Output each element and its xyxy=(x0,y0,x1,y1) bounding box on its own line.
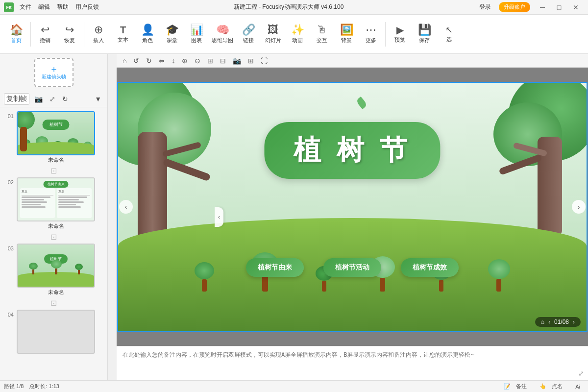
toolbar-background[interactable]: 🖼️ 背景 xyxy=(334,23,359,46)
canvas-toolbar: ⌂ ↺ ↻ ⇔ ↕ ⊕ ⊖ ⊞ ⊟ 📷 ⊞ ⛶ xyxy=(117,54,588,68)
grid-icon[interactable]: ⊞ xyxy=(246,56,256,66)
toolbar-preview[interactable]: ▶ 预览 xyxy=(388,23,412,46)
slide-thumbnail-1[interactable]: 植树节 xyxy=(17,111,95,155)
expand-icon[interactable]: ⛶ xyxy=(259,56,270,66)
slide-thumbnail-2[interactable]: 植树节由来 意义 xyxy=(17,177,95,221)
interact-icon: 🖱 xyxy=(317,24,327,35)
home-icon: 🏠 xyxy=(10,24,23,35)
sidebar: ＋ 新建镜头帧 复制帧 📷 ⤢ ↻ ▼ 01 植树节 xyxy=(0,54,108,380)
notes-status-button[interactable]: 📝 备注 xyxy=(500,382,531,391)
toolbar-home[interactable]: 🏠 首页 xyxy=(4,23,28,46)
slide-item-1[interactable]: 01 植树节 xyxy=(0,109,107,166)
toolbar-interact[interactable]: 🖱 交互 xyxy=(310,23,334,46)
slide-counter: ⌂ ‹ 01/08 › xyxy=(535,317,581,327)
toolbar-more[interactable]: ⋯ 更多 xyxy=(359,23,383,46)
chevron-left-icon: ‹ xyxy=(218,214,220,220)
rotate-right-icon[interactable]: ↻ xyxy=(144,56,154,66)
home-nav-icon[interactable]: ⌂ xyxy=(121,56,128,66)
toolbar-save[interactable]: 💾 保存 xyxy=(412,23,437,46)
rotate-left-icon[interactable]: ↺ xyxy=(131,56,141,66)
slide-title-banner: 植 树 节 xyxy=(264,122,440,179)
slide-thumbnail-4[interactable] xyxy=(17,310,95,354)
zoom-out-icon[interactable]: ⊖ xyxy=(193,56,202,66)
screenshot-icon[interactable]: 📷 xyxy=(32,94,45,104)
more-icon: ⋯ xyxy=(366,24,376,35)
slide-thumbnail-3[interactable]: 植树节 xyxy=(17,244,95,288)
info-btn-origin[interactable]: 植树节由来 xyxy=(246,258,304,277)
minimize-button[interactable]: ─ xyxy=(534,0,551,15)
flip-v-icon[interactable]: ↕ xyxy=(170,56,177,66)
new-frame-button[interactable]: ＋ 新建镜头帧 xyxy=(34,58,74,87)
toolbar-text[interactable]: T 文本 xyxy=(111,23,135,46)
undo-label: 撤销 xyxy=(40,37,50,44)
menu-edit[interactable]: 编辑 xyxy=(35,2,53,12)
chevron-right-icon: › xyxy=(578,203,580,211)
refresh-icon[interactable]: ↻ xyxy=(60,94,70,104)
nav-left-button[interactable]: ‹ xyxy=(119,200,133,214)
nav-right-button[interactable]: › xyxy=(572,200,586,214)
distribute-icon[interactable]: ⊟ xyxy=(218,56,228,66)
info-buttons: 植树节由来 植树节活动 植树节成效 xyxy=(246,258,459,277)
next-slide-icon[interactable]: › xyxy=(573,318,575,325)
info-btn-result[interactable]: 植树节成效 xyxy=(401,258,459,277)
status-left: 路径 1/8 总时长: 1:13 xyxy=(4,383,59,390)
toolbar-chart[interactable]: 📊 图表 xyxy=(184,23,209,46)
slides-list: 01 植树节 xyxy=(0,107,107,380)
menu-help[interactable]: 帮助 xyxy=(54,2,72,12)
title-right: 登录 升级账户 ─ □ ✕ xyxy=(475,0,584,15)
toolbar-class[interactable]: 🎓 课堂 xyxy=(160,23,184,46)
toolbar-slide[interactable]: 🖼 幻灯片 xyxy=(261,23,285,46)
info-btn-activity[interactable]: 植树节活动 xyxy=(323,258,381,277)
notes-input[interactable] xyxy=(122,346,582,380)
prev-slide-icon[interactable]: ‹ xyxy=(548,318,550,325)
zoom-in-icon[interactable]: ⊕ xyxy=(180,56,190,66)
slide-item-3[interactable]: 03 植树节 未命名 xyxy=(0,242,107,298)
preview-icon: ▶ xyxy=(396,25,404,35)
spacer-icon-1: ⊡ xyxy=(50,166,57,175)
toolbar-mindmap[interactable]: 🧠 思维导图 xyxy=(209,23,236,46)
toolbar-undo[interactable]: ↩ 撤销 xyxy=(33,23,57,46)
slide-canvas: 植 树 节 xyxy=(117,82,588,332)
toolbar-animation[interactable]: ✨ 动画 xyxy=(285,23,310,46)
toolbar-link[interactable]: 🔗 链接 xyxy=(236,23,261,46)
chevron-left-icon: ‹ xyxy=(125,203,127,211)
roll-call-button[interactable]: 👆 点名 xyxy=(536,382,566,391)
resize-icon[interactable]: ⤢ xyxy=(48,94,57,104)
toolbar-insert[interactable]: ⊕ 插入 xyxy=(86,23,111,46)
menu-bar: 文件 编辑 帮助 用户反馈 xyxy=(17,2,102,12)
select-icon: ↖ xyxy=(445,25,453,34)
toolbar-redo[interactable]: ↪ 恢复 xyxy=(57,23,82,46)
slide-item-2[interactable]: 02 植树节由来 意义 xyxy=(0,175,107,232)
close-button[interactable]: ✕ xyxy=(567,0,584,15)
login-button[interactable]: 登录 xyxy=(475,2,495,12)
main-layout: ＋ 新建镜头帧 复制帧 📷 ⤢ ↻ ▼ 01 植树节 xyxy=(0,54,588,380)
mindmap-label: 思维导图 xyxy=(212,37,233,44)
copy-frame-button[interactable]: 复制帧 xyxy=(4,93,29,105)
notes-expand-icon[interactable]: ⤢ xyxy=(578,369,584,377)
new-frame-label: 新建镜头帧 xyxy=(42,74,66,80)
toolbar-character[interactable]: 👤 角色 xyxy=(135,23,160,46)
menu-file[interactable]: 文件 xyxy=(17,2,34,12)
flip-h-icon[interactable]: ⇔ xyxy=(157,56,167,66)
sidebar-collapse-button[interactable]: ▼ xyxy=(93,94,103,104)
toolbar-select[interactable]: ↖ 选 xyxy=(437,24,461,45)
slide-number-2: 02 xyxy=(4,179,14,185)
sidebar-toggle-button[interactable]: ‹ xyxy=(215,207,223,227)
background-label: 背景 xyxy=(341,37,352,44)
ai-label: Ai xyxy=(573,383,582,390)
slide-item-4[interactable]: 04 xyxy=(0,308,107,356)
canvas-viewport: ‹ xyxy=(117,68,588,346)
upgrade-button[interactable]: 升级账户 xyxy=(499,2,530,12)
slide-wrapper-1: 植树节 xyxy=(17,111,95,164)
ai-button[interactable]: Ai xyxy=(571,383,584,391)
slide-wrapper-4 xyxy=(17,310,95,354)
slide-spacer-3: ⊡ xyxy=(0,298,107,308)
home-small-icon[interactable]: ⌂ xyxy=(541,318,544,325)
camera-icon[interactable]: 📷 xyxy=(231,56,243,66)
maximize-button[interactable]: □ xyxy=(551,0,567,15)
slide-counter-text: 01/08 xyxy=(554,318,569,325)
menu-feedback[interactable]: 用户反馈 xyxy=(73,2,102,12)
animation-icon: ✨ xyxy=(291,24,304,35)
home-label: 首页 xyxy=(11,37,22,44)
align-icon[interactable]: ⊞ xyxy=(205,56,215,66)
